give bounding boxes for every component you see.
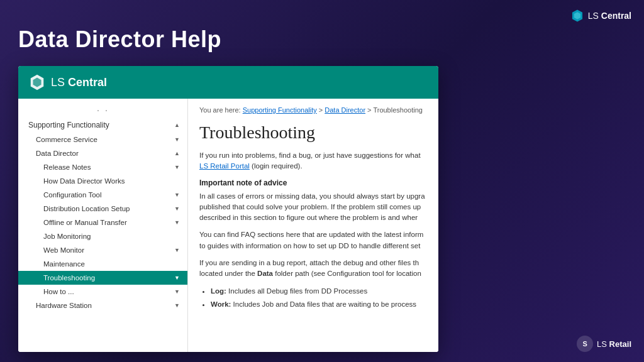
breadcrumb-current: Troubleshooting (373, 106, 422, 114)
sidebar-arrow-icon: ▼ (174, 136, 180, 143)
sidebar-item[interactable]: Job Monitoring (18, 229, 187, 243)
sidebar-item-label: How to ... (43, 288, 74, 295)
sidebar-item-label: Data Director (36, 150, 79, 157)
bug-report-para: If you are sending in a bug report, atta… (199, 258, 427, 280)
sidebar-item[interactable]: Maintenance (18, 257, 187, 271)
list-item: Work: Includes Job and Data files that a… (211, 299, 427, 310)
main-heading: Troubleshooting (199, 123, 427, 143)
page-title: Data Director Help (18, 26, 221, 53)
sidebar-arrow-icon: ▼ (174, 206, 180, 212)
sidebar-item-label: Release Notes (43, 163, 91, 171)
sidebar-arrow-icon: ▼ (174, 164, 180, 170)
bullet-list: Log: Includes all Debug files from DD Pr… (199, 285, 427, 310)
ls-central-icon-header (28, 74, 46, 91)
browser-window: LS Central · · Supporting Functionality▲… (18, 66, 438, 352)
important-heading: Important note of advice (199, 178, 427, 187)
top-logo-text: LS Central (588, 11, 631, 21)
bottom-logo-text: LS Retail (597, 339, 631, 349)
sidebar-arrow-icon: ▲ (174, 122, 180, 128)
sidebar-item[interactable]: Distribution Location Setup▼ (18, 202, 187, 216)
ls-central-icon-top (570, 9, 584, 23)
sidebar-item-label: Maintenance (43, 260, 85, 268)
sidebar-arrow-icon: ▼ (174, 288, 180, 295)
sidebar-item-label: Supporting Functionality (28, 121, 109, 129)
sidebar-item-label: Distribution Location Setup (43, 205, 130, 212)
sidebar-arrow-icon: ▼ (174, 247, 180, 253)
sidebar-item[interactable]: Hardware Station▼ (18, 299, 187, 312)
bottom-logo: S LS Retail (577, 336, 631, 352)
ls-retail-icon: S (577, 336, 593, 352)
sidebar-item-label: Offline or Manual Transfer (43, 219, 127, 226)
sidebar-arrow-icon: ▼ (174, 302, 180, 309)
top-logo: LS Central (570, 9, 631, 23)
sidebar-dots: · · (18, 102, 187, 118)
sidebar-arrow-icon: ▼ (174, 192, 180, 198)
breadcrumb-link2[interactable]: Data Director (325, 106, 365, 114)
sidebar-arrow-icon: ▼ (174, 275, 180, 281)
sidebar-item[interactable]: Supporting Functionality▲ (18, 118, 187, 133)
main-content: You are here: Supporting Functionality >… (188, 99, 438, 352)
browser-header: LS Central (18, 66, 438, 99)
sidebar-arrow-icon: ▼ (174, 219, 180, 226)
sidebar-item[interactable]: How Data Director Works (18, 174, 187, 188)
sidebar-item-label: Web Monitor (43, 246, 84, 254)
breadcrumb-link1[interactable]: Supporting Functionality (243, 106, 317, 114)
sidebar-item[interactable]: Web Monitor▼ (18, 243, 187, 257)
sidebar-item-label: Job Monitoring (43, 233, 91, 240)
sidebar-arrow-icon: ▲ (174, 150, 180, 156)
sidebar-item-label: Hardware Station (36, 302, 92, 309)
sidebar-item[interactable]: Commerce Service▼ (18, 133, 187, 146)
sidebar-item[interactable]: Configuration Tool▼ (18, 188, 187, 202)
sidebar-item[interactable]: Data Director▲ (18, 146, 187, 160)
sidebar-item-label: Configuration Tool (43, 191, 102, 199)
advice-para: In all cases of errors or missing data, … (199, 191, 427, 224)
sidebar-item-label: Commerce Service (36, 136, 97, 143)
sidebar-item-label: How Data Director Works (43, 177, 125, 185)
browser-header-title: LS Central (51, 76, 107, 89)
list-item: Log: Includes all Debug files from DD Pr… (211, 285, 427, 297)
ls-retail-portal-link[interactable]: LS Retail Portal (199, 162, 250, 170)
sidebar-item-label: Troubleshooting (43, 274, 95, 282)
breadcrumb: You are here: Supporting Functionality >… (199, 106, 427, 114)
intro-para: If you run into problems, find a bug, or… (199, 150, 427, 172)
sidebar: · · Supporting Functionality▲Commerce Se… (18, 99, 188, 352)
sidebar-item[interactable]: How to ...▼ (18, 285, 187, 299)
content-area: · · Supporting Functionality▲Commerce Se… (18, 99, 438, 352)
sidebar-item[interactable]: Troubleshooting▼ (18, 271, 187, 285)
sidebar-item[interactable]: Offline or Manual Transfer▼ (18, 216, 187, 229)
faq-para: You can find FAQ sections here that are … (199, 229, 427, 251)
sidebar-item[interactable]: Release Notes▼ (18, 160, 187, 174)
